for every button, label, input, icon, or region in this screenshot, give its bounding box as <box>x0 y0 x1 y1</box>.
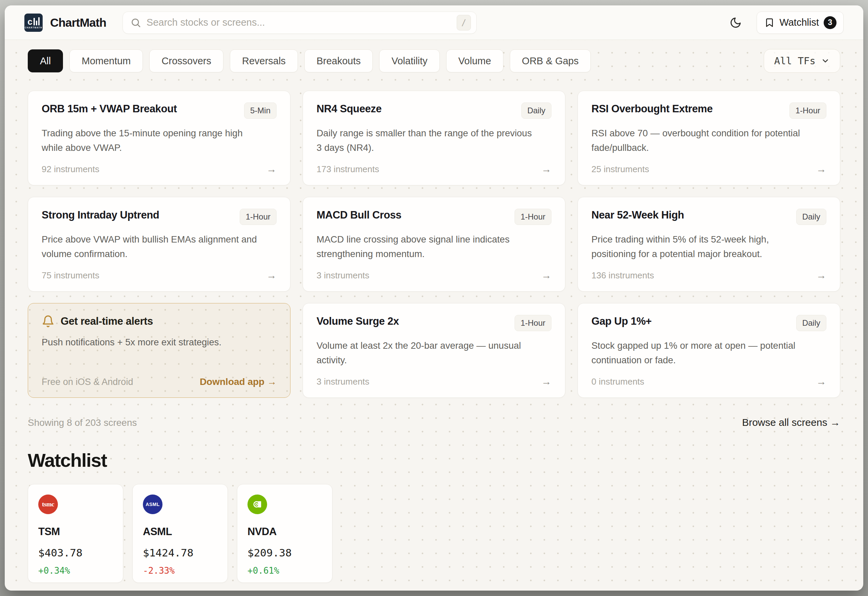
arrow-right-icon[interactable]: → <box>816 163 827 175</box>
dark-mode-toggle[interactable] <box>726 13 745 32</box>
watchlist-card-asml[interactable]: ASML ASML $1424.78 -2.33% <box>132 484 228 583</box>
timeframe-badge: 1-Hour <box>515 209 552 225</box>
filter-chip-volatility[interactable]: Volatility <box>379 49 439 72</box>
screen-card-near-52w-high[interactable]: Near 52-Week High Daily Price trading wi… <box>578 197 840 292</box>
browse-all-screens-link[interactable]: Browse all screens → <box>742 417 840 428</box>
main-content: All Momentum Crossovers Reversals Breako… <box>5 40 863 591</box>
bookmark-icon <box>764 18 775 28</box>
screen-title: ORB 15m + VWAP Breakout <box>41 102 177 115</box>
ticker-symbol: TSM <box>38 526 113 538</box>
promo-card-alerts[interactable]: Get real-time alerts Push notifications … <box>28 303 290 398</box>
arrow-right-icon[interactable]: → <box>541 163 552 175</box>
tsmc-logo: tsmc <box>38 494 58 514</box>
arrow-right-icon[interactable]: → <box>266 270 277 281</box>
filter-chip-volume[interactable]: Volume <box>446 49 503 72</box>
screen-title: Volume Surge 2x <box>316 315 399 328</box>
screen-card-nr4-squeeze[interactable]: NR4 Squeeze Daily Daily range is smaller… <box>303 91 565 185</box>
app-title: ChartMath <box>50 16 106 30</box>
nvidia-eye-icon <box>251 499 263 510</box>
instrument-count: 173 instruments <box>316 164 379 174</box>
price-change: -2.33% <box>143 565 217 576</box>
logo-chart-icon: c <box>27 16 39 25</box>
watchlist-button-label: Watchlist <box>779 17 819 28</box>
arrow-right-icon[interactable]: → <box>541 270 552 281</box>
screen-description: Daily range is smaller than the range of… <box>316 126 533 155</box>
screen-title: Gap Up 1%+ <box>591 315 652 328</box>
watchlist-heading: Watchlist <box>28 449 840 471</box>
screens-grid: ORB 15m + VWAP Breakout 5-Min Trading ab… <box>28 91 840 398</box>
timeframe-badge: Daily <box>521 102 552 119</box>
timeframe-dropdown[interactable]: All TFs <box>764 49 840 73</box>
promo-description: Push notifications + 5x more exit strate… <box>41 335 258 350</box>
download-app-link[interactable]: Download app → <box>200 376 277 387</box>
promo-footnote: Free on iOS & Android <box>41 377 133 387</box>
asml-logo: ASML <box>143 494 163 514</box>
ticker-symbol: NVDA <box>247 526 322 538</box>
screen-card-intraday-uptrend[interactable]: Strong Intraday Uptrend 1-Hour Price abo… <box>28 197 290 292</box>
arrow-right-icon[interactable]: → <box>266 163 277 175</box>
nvidia-logo <box>247 494 267 514</box>
screen-card-gap-up[interactable]: Gap Up 1%+ Daily Stock gapped up 1% or m… <box>578 303 840 398</box>
screen-title: Strong Intraday Uptrend <box>41 209 159 221</box>
timeframe-badge: 5-Min <box>244 102 277 119</box>
screen-title: Near 52-Week High <box>591 209 684 221</box>
watchlist-card-nvda[interactable]: NVDA $209.38 +0.61% <box>237 484 333 583</box>
moon-icon <box>729 16 742 29</box>
screen-description: Price trading within 5% of its 52-week h… <box>591 232 808 261</box>
screen-title: RSI Overbought Extreme <box>591 102 713 115</box>
instrument-count: 0 instruments <box>591 376 644 387</box>
arrow-right-icon[interactable]: → <box>816 376 827 387</box>
filter-chip-all[interactable]: All <box>28 49 63 72</box>
filter-chip-momentum[interactable]: Momentum <box>69 49 143 72</box>
price-change: +0.61% <box>247 565 322 576</box>
price-change: +0.34% <box>38 565 113 576</box>
stock-price: $209.38 <box>247 547 322 559</box>
timeframe-badge: 1-Hour <box>790 102 827 119</box>
arrow-right-icon[interactable]: → <box>816 270 827 281</box>
search-bar[interactable]: / <box>123 12 477 34</box>
timeframe-badge: Daily <box>796 209 827 225</box>
stock-price: $1424.78 <box>143 547 217 559</box>
screen-card-rsi-overbought[interactable]: RSI Overbought Extreme 1-Hour RSI above … <box>578 91 840 185</box>
instrument-count: 3 instruments <box>316 376 369 387</box>
timeframe-badge: 1-Hour <box>515 315 552 331</box>
timeframe-badge: 1-Hour <box>240 209 277 225</box>
top-bar: c CHARTMATH ChartMath / Watch <box>5 5 863 40</box>
instrument-count: 75 instruments <box>41 270 99 281</box>
app-logo: c CHARTMATH <box>24 13 43 32</box>
instrument-count: 92 instruments <box>41 164 99 174</box>
asml-logo-text: ASML <box>146 502 160 507</box>
screen-description: Volume at least 2x the 20-bar average — … <box>316 339 533 367</box>
filter-chip-reversals[interactable]: Reversals <box>230 49 298 72</box>
arrow-right-icon[interactable]: → <box>541 376 552 387</box>
filter-bar: All Momentum Crossovers Reversals Breako… <box>28 49 840 73</box>
screens-summary: Showing 8 of 203 screens <box>28 417 137 428</box>
chevron-down-icon <box>821 56 830 65</box>
watchlist-row: tsmc TSM $403.78 +0.34% ASML ASML $1424.… <box>28 484 840 583</box>
timeframe-badge: Daily <box>796 315 827 331</box>
screen-title: NR4 Squeeze <box>316 102 382 115</box>
search-input[interactable] <box>146 17 457 28</box>
screen-description: MACD line crossing above signal line ind… <box>316 232 533 261</box>
timeframe-dropdown-value: All TFs <box>774 55 816 66</box>
instrument-count: 136 instruments <box>591 270 654 281</box>
filter-chip-breakouts[interactable]: Breakouts <box>304 49 373 72</box>
screen-card-orb-vwap-breakout[interactable]: ORB 15m + VWAP Breakout 5-Min Trading ab… <box>28 91 290 185</box>
screen-card-volume-surge[interactable]: Volume Surge 2x 1-Hour Volume at least 2… <box>303 303 565 398</box>
tsmc-logo-text: tsmc <box>42 501 54 508</box>
watchlist-button[interactable]: Watchlist 3 <box>757 12 844 34</box>
screen-description: Stock gapped up 1% or more at open — pot… <box>591 339 808 367</box>
screen-description: RSI above 70 — overbought condition for … <box>591 126 808 155</box>
ticker-symbol: ASML <box>143 526 217 538</box>
stock-price: $403.78 <box>38 547 113 559</box>
screen-title: MACD Bull Cross <box>316 209 402 221</box>
logo-letter: c <box>27 18 32 25</box>
watchlist-card-tsm[interactable]: tsmc TSM $403.78 +0.34% <box>28 484 123 583</box>
screen-description: Trading above the 15-minute opening rang… <box>41 126 258 155</box>
instrument-count: 25 instruments <box>591 164 649 174</box>
search-shortcut-key: / <box>457 15 471 31</box>
filter-chip-crossovers[interactable]: Crossovers <box>149 49 223 72</box>
filter-chip-orb-gaps[interactable]: ORB & Gaps <box>510 49 591 72</box>
screen-card-macd-bull-cross[interactable]: MACD Bull Cross 1-Hour MACD line crossin… <box>303 197 565 292</box>
instrument-count: 3 instruments <box>316 270 369 281</box>
